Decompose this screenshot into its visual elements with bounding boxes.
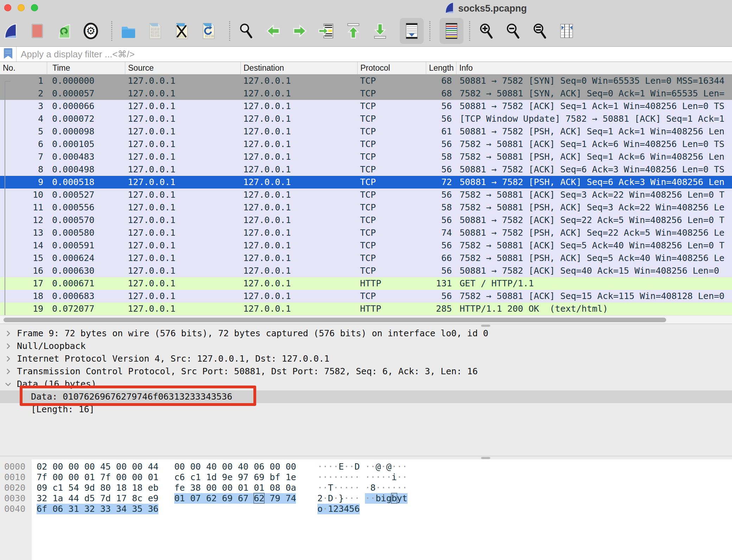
hscrollbar-thumb[interactable] [4, 318, 666, 322]
column-header-protocol[interactable]: Protocol [357, 62, 426, 74]
packet-cell-length: 56 [426, 265, 456, 277]
packet-cell-length: 66 [426, 252, 456, 265]
column-header-source[interactable]: Source [125, 62, 240, 74]
go-first-packet-icon[interactable] [344, 20, 362, 42]
chevron-down-icon[interactable] [4, 380, 12, 388]
column-header-no[interactable]: No. [0, 62, 47, 74]
reload-file-icon[interactable]: 01110 [200, 20, 218, 42]
main-toolbar: ⚙ 010100110101110 01110 01110 [0, 15, 732, 46]
packet-list-hscrollbar[interactable] [0, 315, 732, 324]
zoom-in-icon[interactable] [477, 20, 496, 42]
open-file-folder-icon[interactable] [119, 20, 138, 42]
packet-cell-info: 7582 → 50881 [ACK] Seq=3 Ack=22 Win=4082… [456, 189, 732, 201]
packet-cell-time: 0.000483 [47, 151, 125, 163]
packet-cell-time: 0.000527 [47, 189, 125, 201]
hex-row[interactable]: 00406f 06 31 32 33 34 35 36o·123456 [0, 504, 732, 514]
restart-capture-icon[interactable] [55, 20, 73, 42]
go-forward-icon[interactable] [291, 20, 309, 42]
zoom-out-icon[interactable] [504, 20, 522, 42]
colorize-toggle[interactable] [440, 18, 463, 44]
packet-row[interactable]: 150.000624127.0.0.1127.0.0.1TCP667582 → … [0, 252, 732, 265]
packet-row[interactable]: 70.000483127.0.0.1127.0.0.1TCP587582 → 5… [0, 151, 732, 163]
auto-scroll-toggle[interactable] [400, 18, 424, 44]
packet-row[interactable]: 50.000098127.0.0.1127.0.0.1TCP6150881 → … [0, 125, 732, 138]
packet-row[interactable]: 80.000498127.0.0.1127.0.0.1TCP5650881 → … [0, 163, 732, 176]
packet-row[interactable]: 160.000630127.0.0.1127.0.0.1TCP5650881 →… [0, 265, 732, 277]
column-header-destination[interactable]: Destination [240, 62, 357, 74]
resize-columns-icon[interactable] [557, 20, 576, 42]
save-file-icon[interactable]: 010100110101110 [146, 20, 164, 42]
find-packet-icon[interactable] [237, 20, 255, 42]
hex-row[interactable]: 000002 00 00 00 45 00 00 4400 00 40 00 4… [0, 462, 732, 472]
hex-row[interactable]: 00107f 00 00 01 7f 00 00 01c6 c1 1d 9e 9… [0, 472, 732, 483]
packet-row[interactable]: 120.000570127.0.0.1127.0.0.1TCP5650881 →… [0, 214, 732, 227]
hex-row[interactable]: 002009 c1 54 9d 80 18 18 ebfe 38 00 00 0… [0, 483, 732, 493]
column-header-length[interactable]: Length [426, 62, 456, 74]
packet-cell-length: 56 [426, 138, 456, 151]
chevron-right-icon[interactable] [4, 355, 12, 363]
splitter-handle[interactable] [481, 325, 490, 327]
close-file-icon[interactable]: 01110 [173, 20, 191, 42]
packet-cell-destination: 127.0.0.1 [240, 163, 357, 176]
packet-row[interactable]: 180.000683127.0.0.1127.0.0.1TCP567582 → … [0, 290, 732, 303]
packet-row[interactable]: 190.072077127.0.0.1127.0.0.1HTTP285HTTP/… [0, 303, 732, 315]
packet-cell-time: 0.072077 [47, 303, 125, 315]
detail-row[interactable]: Data: 01076269676279746f06313233343536 [0, 390, 732, 403]
packet-list-header: No. Time Source Destination Protocol Len… [0, 62, 732, 75]
packet-cell-info: 7582 → 50881 [ACK] Seq=1 Ack=6 Win=40825… [456, 138, 732, 151]
packet-cell-source: 127.0.0.1 [125, 290, 240, 303]
stop-capture-icon[interactable] [28, 20, 46, 42]
packet-cell-length: 72 [426, 176, 456, 189]
pane-splitter[interactable] [0, 324, 732, 327]
packet-cell-destination: 127.0.0.1 [240, 189, 357, 201]
close-window-button[interactable] [4, 4, 11, 11]
packet-cell-destination: 127.0.0.1 [240, 265, 357, 277]
chevron-right-icon[interactable] [4, 368, 12, 375]
toolbar-separator [469, 21, 470, 41]
packet-row[interactable]: 130.000580127.0.0.1127.0.0.1TCP7450881 →… [0, 227, 732, 239]
display-filter-input[interactable] [17, 47, 732, 62]
zoom-window-button[interactable] [31, 4, 38, 11]
packet-cell-destination: 127.0.0.1 [240, 151, 357, 163]
detail-row[interactable]: [Length: 16] [0, 403, 732, 416]
splitter-handle[interactable] [481, 457, 490, 459]
capture-options-gear-icon[interactable]: ⚙ [82, 20, 100, 42]
detail-text: Null/Loopback [0, 341, 86, 351]
detail-row[interactable]: Internet Protocol Version 4, Src: 127.0.… [0, 352, 732, 365]
packet-cell-source: 127.0.0.1 [125, 176, 240, 189]
packet-cell-info: HTTP/1.1 200 OK (text/html) [456, 303, 732, 315]
wireshark-fin-icon[interactable] [1, 20, 20, 42]
go-last-packet-icon[interactable] [371, 20, 389, 42]
packet-cell-length: 74 [426, 227, 456, 239]
go-back-icon[interactable] [264, 20, 282, 42]
minimize-window-button[interactable] [18, 4, 25, 11]
packet-row[interactable]: 90.000518127.0.0.1127.0.0.1TCP7250881 → … [0, 176, 732, 189]
chevron-right-icon[interactable] [4, 342, 12, 350]
chevron-right-icon[interactable] [4, 330, 12, 337]
packet-row[interactable]: 100.000527127.0.0.1127.0.0.1TCP567582 → … [0, 189, 732, 201]
zoom-original-icon[interactable] [531, 20, 549, 42]
column-header-info[interactable]: Info [456, 62, 732, 74]
hex-row[interactable]: 003032 1a 44 d5 7d 17 8c e901 07 62 69 6… [0, 493, 732, 504]
filter-bookmark-button[interactable] [0, 47, 17, 62]
column-header-time[interactable]: Time [47, 62, 125, 74]
detail-row[interactable]: Null/Loopback [0, 340, 732, 352]
packet-row[interactable]: 170.000671127.0.0.1127.0.0.1HTTP131GET /… [0, 277, 732, 290]
detail-row[interactable]: Frame 9: 72 bytes on wire (576 bits), 72… [0, 327, 732, 340]
packet-row[interactable]: 140.000591127.0.0.1127.0.0.1TCP567582 → … [0, 239, 732, 252]
packet-cell-length: 68 [426, 75, 456, 87]
packet-row[interactable]: 110.000556127.0.0.1127.0.0.1TCP587582 → … [0, 201, 732, 214]
packet-cell-no: 8 [0, 163, 47, 176]
packet-row[interactable]: 20.000057127.0.0.1127.0.0.1TCP687582 → 5… [0, 87, 732, 100]
packet-cell-no: 17 [0, 277, 47, 290]
packet-cell-info: 50881 → 7582 [ACK] Seq=6 Ack=3 Win=40825… [456, 163, 732, 176]
toolbar-separator [111, 21, 112, 41]
packet-row[interactable]: 60.000105127.0.0.1127.0.0.1TCP567582 → 5… [0, 138, 732, 151]
detail-row[interactable]: Transmission Control Protocol, Src Port:… [0, 365, 732, 378]
packet-row[interactable]: 40.000072127.0.0.1127.0.0.1TCP56[TCP Win… [0, 113, 732, 125]
go-to-packet-icon[interactable] [317, 20, 336, 42]
detail-row[interactable]: Data (16 bytes) [0, 378, 732, 390]
packet-row[interactable]: 10.000000127.0.0.1127.0.0.1TCP6850881 → … [0, 75, 732, 87]
packet-row[interactable]: 30.000066127.0.0.1127.0.0.1TCP5650881 → … [0, 100, 732, 113]
pane-splitter[interactable] [0, 456, 732, 459]
